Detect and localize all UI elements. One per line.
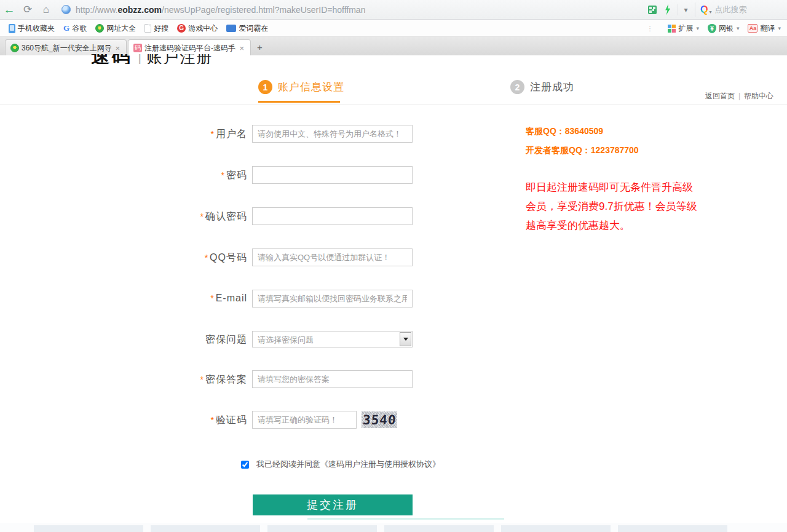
bookmark-site-directory[interactable]: 网址大全 (95, 23, 136, 34)
extensions-icon (668, 25, 676, 33)
extensions-label: 扩展 (678, 23, 693, 34)
search-placeholder: 点此搜索 (714, 4, 746, 15)
step-1-circle: 1 (258, 80, 272, 94)
search-engine-caret-icon[interactable]: ▾ (709, 9, 711, 17)
form-row-email: *E-mail (0, 290, 430, 308)
page-icon (144, 24, 151, 33)
url-path: /newsUpPage/registered.html?makeUserID=h… (162, 5, 365, 15)
back-home-link[interactable]: 返回首页 (705, 92, 735, 100)
extensions-button[interactable]: 扩展 ▾ (668, 23, 699, 34)
field-label: *密码 (141, 169, 247, 182)
security-answer-input[interactable] (252, 370, 413, 388)
password-input[interactable] (252, 166, 413, 184)
captcha-input[interactable] (252, 411, 357, 429)
form-row-captcha: *验证码 3540 (0, 411, 430, 429)
phone-icon (9, 24, 15, 33)
step-2-label: 注册成功 (530, 80, 574, 94)
bookmark-label: 游戏中心 (188, 23, 218, 34)
qq-number-input[interactable] (252, 248, 413, 266)
promo-text: 即日起注册速码即可无条件晋升高级会员，享受消费9.7折优惠！会员等级越高享受的优… (526, 178, 701, 235)
security-question-select[interactable]: 请选择密保问题 (252, 331, 413, 347)
agreement-row: 我已经阅读并同意《速码用户注册与使用授权协议》 (241, 459, 440, 470)
required-asterisk: * (211, 129, 215, 139)
tab-close-icon[interactable]: × (114, 44, 121, 53)
chevron-down-icon[interactable]: ▾ (678, 4, 694, 15)
qr-code-icon[interactable] (648, 6, 657, 14)
field-label: *E-mail (141, 293, 247, 304)
bookmark-label: 网址大全 (106, 23, 136, 34)
address-bar[interactable]: http://www.eobzz.com/newsUpPage/register… (76, 5, 365, 15)
required-asterisk: * (221, 170, 225, 180)
logo-divider: | (138, 54, 141, 64)
submit-register-button[interactable]: 提交注册 (253, 494, 413, 515)
step-1-account-info: 1 账户信息设置 (258, 80, 344, 94)
game-center-icon: G (177, 24, 186, 33)
form-row-confirm-password: *确认密码 (0, 207, 430, 226)
page-content: 速码|账户注册 1 账户信息设置 2 注册成功 返回首页|帮助中心 *用户名 *… (0, 55, 787, 532)
agreement-text[interactable]: 我已经阅读并同意《速码用户注册与使用授权协议》 (256, 459, 440, 470)
translate-button[interactable]: Aa 翻译 ▾ (748, 23, 781, 34)
caret-down-icon: ▾ (737, 25, 740, 31)
field-label: 密保问题 (141, 333, 247, 346)
required-asterisk: * (211, 415, 215, 425)
tab-360-nav[interactable]: 360导航_新一代安全上网导航 × (5, 39, 127, 56)
search-box[interactable]: Q ▾ 点此搜索 (695, 2, 787, 17)
search-engine-icon[interactable]: Q (700, 4, 708, 15)
active-step-underline (258, 101, 340, 103)
agreement-checkbox[interactable] (241, 461, 249, 469)
bookmarks-bar: 手机收藏夹 G 谷歌 网址大全 好搜 G 游戏中心 爱词霸在 ⋮ 扩展 ▾ (0, 20, 787, 36)
suma-favicon: 码 (133, 44, 142, 52)
required-asterisk: * (200, 375, 204, 384)
service-qq: 客服QQ：83640509 (526, 126, 710, 137)
new-tab-button[interactable]: + (257, 42, 263, 52)
field-label: *密保答案 (141, 373, 247, 386)
caret-down-icon: ▾ (696, 25, 699, 31)
toolbar-right-group: ⋮ 扩展 ▾ ¥ 网银 ▾ Aa 翻译 ▾ (646, 23, 781, 34)
360-nav-icon (95, 24, 104, 33)
help-center-link[interactable]: 帮助中心 (744, 92, 773, 100)
field-label: *用户名 (141, 128, 247, 141)
translate-icon: Aa (748, 24, 757, 33)
step-2-success: 2 注册成功 (510, 80, 574, 94)
url-domain: eobzz.com (117, 5, 162, 15)
info-sidebar: 客服QQ：83640509 开发者客服QQ：1223787700 即日起注册速码… (526, 126, 710, 235)
bookmark-google[interactable]: G 谷歌 (63, 23, 87, 34)
addressbar-actions: ▾ Q ▾ 点此搜索 (648, 0, 787, 19)
refresh-icon[interactable]: ⟳ (18, 1, 37, 18)
back-icon[interactable]: ← (0, 1, 18, 18)
site-logo-clipped: 速码|账户注册 (91, 54, 275, 64)
captcha-image[interactable]: 3540 (362, 411, 397, 428)
speed-lightning-icon[interactable] (664, 4, 671, 15)
link-separator: | (738, 92, 740, 100)
form-row-qq: *QQ号码 (0, 248, 430, 267)
dropdown-arrow-icon (403, 338, 408, 343)
footer-blocks (34, 525, 727, 532)
field-label: *验证码 (141, 414, 247, 427)
footer-accent-line (307, 518, 504, 520)
home-icon[interactable]: ⌂ (37, 1, 55, 18)
bookmark-game-center[interactable]: G 游戏中心 (177, 23, 218, 34)
username-input[interactable] (252, 125, 413, 143)
url-prefix: http://www. (76, 5, 117, 15)
browser-window: ← ⟳ ⌂ http://www.eobzz.com/newsUpPage/re… (0, 0, 787, 532)
email-input[interactable] (252, 290, 413, 308)
bookmark-haosou[interactable]: 好搜 (144, 23, 168, 34)
tab-close-icon[interactable]: × (238, 44, 245, 53)
drag-dots-icon: ⋮ (646, 25, 653, 33)
tab-title: 360导航_新一代安全上网导航 (22, 43, 111, 54)
bookmark-iciba[interactable]: 爱词霸在 (226, 23, 268, 34)
banking-label: 网银 (719, 23, 734, 34)
captcha-digits: 3540 (362, 413, 397, 427)
field-label: *确认密码 (141, 210, 247, 223)
tab-suma-register-active[interactable]: 码 注册速码验证码平台-速码手机 × (128, 39, 251, 56)
bookmark-phone-favorites[interactable]: 手机收藏夹 (9, 23, 55, 34)
bookmark-label: 手机收藏夹 (18, 23, 55, 34)
required-asterisk: * (200, 212, 204, 221)
bank-shield-icon: ¥ (708, 24, 716, 33)
google-icon: G (63, 23, 69, 33)
form-row-security-answer: *密保答案 (0, 370, 430, 389)
confirm-password-input[interactable] (252, 207, 413, 225)
online-banking-button[interactable]: ¥ 网银 ▾ (708, 23, 740, 34)
select-dropdown-button[interactable] (400, 332, 411, 346)
field-label: *QQ号码 (141, 252, 247, 264)
